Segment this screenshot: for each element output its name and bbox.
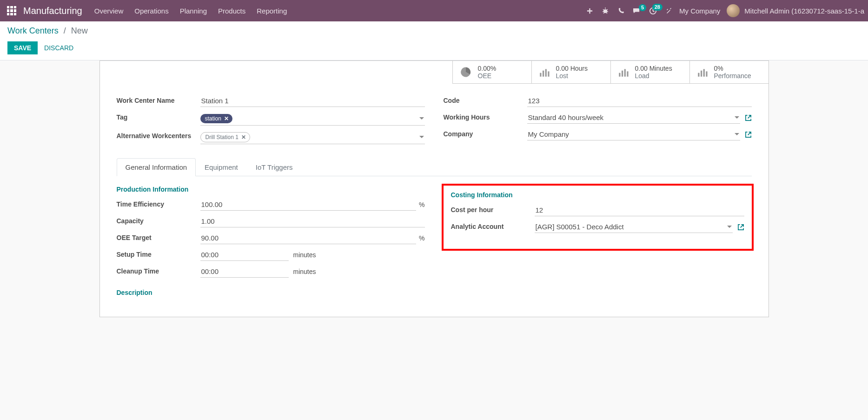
group-right: Code Working Hours [444, 95, 752, 149]
alt-chip: Drill Station 1 ✕ [200, 132, 250, 142]
minutes-label: minutes [293, 251, 316, 259]
production-section-title: Production Information [117, 186, 425, 193]
discard-button[interactable]: Discard [44, 44, 73, 52]
tag-input[interactable]: station ✕ [200, 112, 425, 126]
stat-performance[interactable]: 0%Performance [689, 61, 769, 84]
analytic-account-input[interactable] [535, 221, 733, 233]
group-left: Work Center Name Tag station ✕ [117, 95, 425, 149]
bug-icon[interactable] [602, 7, 609, 14]
plus-icon[interactable] [586, 7, 593, 14]
avatar [727, 4, 740, 17]
company-input[interactable] [527, 128, 740, 140]
tools-icon[interactable] [665, 7, 673, 14]
label-cleanup-time: Cleanup Time [117, 266, 200, 275]
stat-load-value: 0.00 Minutes [635, 65, 672, 72]
label-analytic-account: Analytic Account [451, 221, 535, 230]
svg-rect-13 [706, 71, 707, 76]
costing-highlight-box: Costing Information Cost per hour Analyt… [442, 184, 754, 251]
code-input[interactable] [527, 95, 752, 107]
nav-overview[interactable]: Overview [94, 7, 124, 15]
svg-rect-12 [703, 69, 704, 77]
label-code: Code [444, 95, 527, 104]
control-panel: Work Centers / New Save Discard [0, 21, 868, 60]
external-link-icon[interactable] [745, 131, 752, 138]
stat-oee-label: OEE [478, 72, 497, 80]
svg-rect-3 [542, 71, 543, 77]
nav-systray: 5 28 [586, 7, 673, 15]
external-link-icon[interactable] [737, 224, 744, 231]
svg-point-0 [603, 9, 607, 13]
apps-icon[interactable] [7, 6, 17, 16]
svg-rect-9 [627, 71, 628, 76]
label-cost-per-hour: Cost per hour [451, 204, 535, 213]
user-name: Mitchell Admin (16230712-saas-15-1-a [744, 7, 864, 15]
stat-oee[interactable]: 0.00%OEE [452, 61, 531, 84]
tab-equipment[interactable]: Equipment [196, 158, 247, 176]
oee-target-input[interactable] [200, 232, 417, 244]
stat-load[interactable]: 0.00 MinutesLoad [610, 61, 689, 84]
breadcrumb: Work Centers / New [7, 26, 861, 36]
nav-menu: Overview Operations Planning Products Re… [94, 7, 287, 15]
tag-chip: station ✕ [200, 114, 232, 123]
label-setup-time: Setup Time [117, 249, 200, 258]
svg-rect-10 [698, 73, 699, 77]
nav-products[interactable]: Products [218, 7, 245, 15]
alt-workcenters-input[interactable]: Drill Station 1 ✕ [200, 130, 425, 144]
main-navbar: Manufacturing Overview Operations Planni… [0, 0, 868, 21]
working-hours-input[interactable] [527, 112, 740, 124]
time-efficiency-input[interactable] [200, 199, 417, 211]
svg-rect-11 [700, 71, 702, 77]
stat-lost[interactable]: 0.00 HoursLost [531, 61, 610, 84]
nav-operations[interactable]: Operations [134, 7, 168, 15]
company-switcher[interactable]: My Company [679, 7, 720, 15]
stat-lost-label: Lost [556, 72, 588, 80]
cleanup-time-input[interactable] [200, 266, 289, 278]
costing-section-title: Costing Information [451, 191, 744, 199]
label-alt-workcenters: Alternative Workcenters [117, 130, 200, 140]
label-time-efficiency: Time Efficiency [117, 199, 200, 208]
phone-icon[interactable] [617, 7, 624, 14]
svg-rect-8 [624, 69, 625, 77]
save-button[interactable]: Save [7, 41, 38, 54]
form-sheet: 0.00%OEE 0.00 HoursLost 0.00 MinutesLoad… [99, 60, 769, 317]
chevron-down-icon [419, 136, 424, 139]
label-working-hours: Working Hours [444, 112, 527, 121]
statbutton-bar: 0.00%OEE 0.00 HoursLost 0.00 MinutesLoad… [100, 61, 769, 84]
percent-label: % [419, 234, 424, 242]
activities-icon[interactable]: 28 [649, 7, 657, 15]
tabs: General Information Equipment IoT Trigge… [117, 158, 752, 176]
capacity-input[interactable] [200, 215, 425, 227]
bar-chart-icon [617, 66, 629, 78]
svg-rect-7 [621, 71, 623, 77]
stat-perf-label: Performance [714, 72, 751, 80]
messages-icon[interactable]: 5 [633, 7, 641, 14]
user-menu[interactable]: Mitchell Admin (16230712-saas-15-1-a [727, 4, 864, 17]
brand-title[interactable]: Manufacturing [23, 6, 82, 16]
svg-rect-2 [540, 73, 541, 77]
svg-rect-4 [545, 69, 546, 77]
group-production: Production Information Time Efficiency %… [117, 186, 425, 296]
chevron-down-icon [419, 117, 424, 120]
label-capacity: Capacity [117, 215, 200, 225]
stat-perf-value: 0% [714, 65, 751, 72]
nav-planning[interactable]: Planning [180, 7, 207, 15]
stat-lost-value: 0.00 Hours [556, 65, 588, 72]
tab-iot[interactable]: IoT Triggers [247, 158, 302, 176]
label-company: Company [444, 128, 527, 138]
percent-label: % [419, 201, 424, 208]
svg-rect-5 [548, 71, 549, 76]
breadcrumb-root[interactable]: Work Centers [7, 26, 59, 35]
setup-time-input[interactable] [200, 249, 289, 261]
bar-chart-icon [696, 66, 709, 78]
external-link-icon[interactable] [745, 114, 752, 121]
name-input[interactable] [200, 95, 425, 107]
minutes-label: minutes [293, 268, 316, 275]
cost-per-hour-input[interactable] [535, 204, 744, 216]
stat-load-label: Load [635, 72, 672, 80]
tag-remove-icon[interactable]: ✕ [224, 115, 229, 122]
tab-general[interactable]: General Information [117, 158, 196, 176]
nav-reporting[interactable]: Reporting [257, 7, 287, 15]
activities-badge: 28 [652, 4, 663, 11]
pie-chart-icon [459, 66, 472, 79]
alt-remove-icon[interactable]: ✕ [241, 134, 246, 140]
